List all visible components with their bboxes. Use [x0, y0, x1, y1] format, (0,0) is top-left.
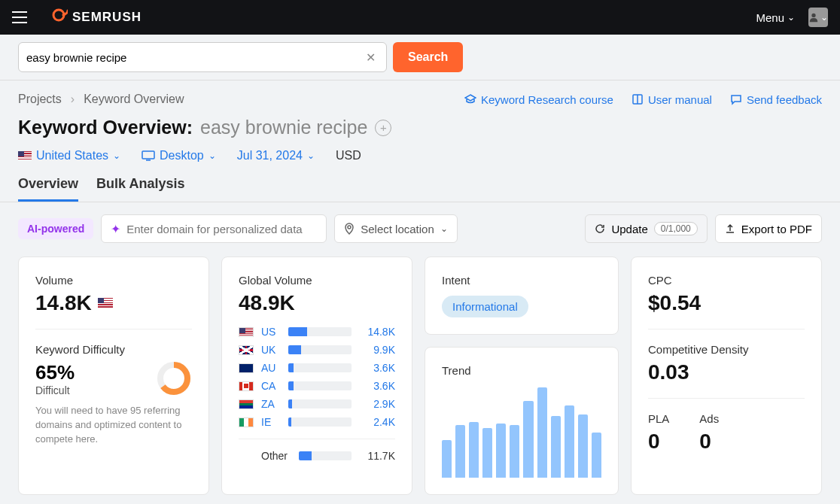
country-volume-value: 2.4K — [359, 416, 395, 428]
flag-za-icon — [239, 399, 254, 409]
device-filter[interactable]: Desktop ⌄ — [142, 149, 216, 162]
ads-value: 0 — [699, 430, 719, 454]
svg-point-6 — [348, 226, 351, 229]
ads-label: Ads — [699, 412, 719, 425]
country-code: ZA — [261, 398, 281, 410]
chevron-down-icon: ⌄ — [820, 12, 828, 23]
trend-bar — [469, 422, 479, 478]
pla-value: 0 — [648, 430, 669, 454]
trend-bar — [442, 440, 452, 478]
volume-bar — [288, 345, 352, 354]
trend-card: Trend — [425, 347, 619, 495]
page-title-keyword: easy brownie recipe — [200, 117, 367, 138]
country-volume-row[interactable]: AU 3.6K — [239, 362, 395, 374]
menu-dropdown[interactable]: Menu ⌄ — [756, 11, 795, 24]
add-keyword-icon[interactable]: + — [375, 120, 391, 136]
global-volume-value: 48.9K — [239, 291, 395, 315]
graduation-cap-icon — [464, 93, 476, 105]
volume-card: Volume 14.8K Keyword Difficulty 65% Diff… — [18, 257, 209, 495]
search-button[interactable]: Search — [393, 42, 463, 72]
brand-logo[interactable]: SEMRUSH — [50, 6, 142, 29]
country-volume-row[interactable]: ZA 2.9K — [239, 398, 395, 410]
trend-bar — [455, 425, 465, 478]
cpc-value: $0.54 — [648, 291, 805, 315]
desktop-icon — [142, 150, 155, 161]
volume-label: Volume — [35, 274, 192, 287]
user-menu[interactable]: ⌄ — [808, 8, 828, 27]
country-volume-row-other: Other 11.7K — [239, 450, 395, 462]
intent-value: Informational — [442, 296, 528, 317]
tab-bulk-analysis[interactable]: Bulk Analysis — [96, 176, 184, 202]
country-volume-row[interactable]: IE 2.4K — [239, 416, 395, 428]
update-button[interactable]: Update 0/1,000 — [585, 214, 707, 243]
domain-input-wrapper[interactable]: ✦ — [101, 214, 327, 243]
currency-label: USD — [336, 149, 361, 162]
breadcrumb: Projects › Keyword Overview — [18, 93, 184, 106]
trend-bar — [523, 401, 533, 478]
chevron-right-icon: › — [71, 93, 75, 106]
global-volume-card: Global Volume 48.9K US 14.8K UK 9.9K AU … — [221, 257, 412, 495]
keyword-research-course-link[interactable]: Keyword Research course — [464, 93, 613, 106]
refresh-icon — [595, 223, 605, 234]
chevron-down-icon: ⌄ — [440, 223, 448, 234]
flag-au-icon — [239, 363, 254, 373]
difficulty-donut-icon — [156, 360, 192, 396]
volume-bar — [288, 381, 352, 390]
flag-us-icon — [98, 298, 113, 308]
clear-icon[interactable]: ✕ — [363, 47, 379, 68]
country-volume-value: 3.6K — [359, 380, 395, 392]
volume-bar — [288, 399, 352, 408]
user-manual-link[interactable]: User manual — [632, 93, 712, 106]
ai-powered-badge: AI-powered — [18, 218, 93, 239]
keyword-difficulty-level: Difficult — [35, 384, 145, 396]
flag-uk-icon — [239, 345, 254, 355]
country-volume-row[interactable]: CA 3.6K — [239, 380, 395, 392]
country-code: UK — [261, 344, 281, 356]
country-code: IE — [261, 416, 281, 428]
send-feedback-link[interactable]: Send feedback — [730, 93, 822, 106]
tab-overview[interactable]: Overview — [18, 176, 78, 202]
country-volume-value: 3.6K — [359, 362, 395, 374]
search-input[interactable] — [26, 51, 363, 64]
location-select[interactable]: Select location ⌄ — [334, 214, 458, 243]
country-volume-row[interactable]: UK 9.9K — [239, 344, 395, 356]
page-title: Keyword Overview: — [18, 117, 193, 138]
other-volume-value: 11.7K — [359, 450, 395, 462]
flag-us-icon — [239, 327, 254, 337]
breadcrumb-root[interactable]: Projects — [18, 93, 62, 106]
volume-value: 14.8K — [35, 291, 92, 315]
trend-bar — [482, 428, 492, 478]
intent-label: Intent — [442, 274, 601, 287]
hamburger-icon[interactable] — [12, 11, 27, 23]
trend-bar — [510, 425, 519, 478]
keyword-difficulty-label: Keyword Difficulty — [35, 343, 192, 356]
domain-input[interactable] — [126, 223, 317, 235]
global-volume-label: Global Volume — [239, 274, 395, 287]
chat-icon — [730, 93, 742, 105]
cpc-label: CPC — [648, 274, 805, 287]
export-pdf-button[interactable]: Export to PDF — [715, 214, 822, 243]
country-volume-value: 14.8K — [359, 326, 395, 338]
svg-rect-4 — [142, 151, 154, 159]
trend-bar — [537, 387, 547, 478]
cpc-card: CPC $0.54 Competitive Density 0.03 PLA 0… — [631, 257, 822, 495]
chevron-down-icon: ⌄ — [787, 12, 795, 23]
intent-card: Intent Informational — [425, 257, 619, 335]
competitive-density-label: Competitive Density — [648, 343, 805, 356]
sparkle-icon: ✦ — [111, 222, 120, 236]
trend-chart — [442, 387, 601, 478]
update-count: 0/1,000 — [654, 222, 698, 235]
trend-label: Trend — [442, 364, 601, 377]
volume-bar — [288, 363, 352, 372]
volume-bar — [288, 417, 352, 427]
flag-us-icon — [18, 151, 32, 160]
book-icon — [632, 93, 644, 105]
date-filter[interactable]: Jul 31, 2024 ⌄ — [237, 149, 315, 162]
chevron-down-icon: ⌄ — [113, 150, 120, 161]
country-filter[interactable]: United States ⌄ — [18, 149, 120, 162]
chevron-down-icon: ⌄ — [208, 150, 216, 161]
country-volume-value: 9.9K — [359, 344, 395, 356]
country-volume-row[interactable]: US 14.8K — [239, 326, 395, 338]
search-box[interactable]: ✕ — [18, 42, 387, 72]
competitive-density-value: 0.03 — [648, 360, 805, 384]
